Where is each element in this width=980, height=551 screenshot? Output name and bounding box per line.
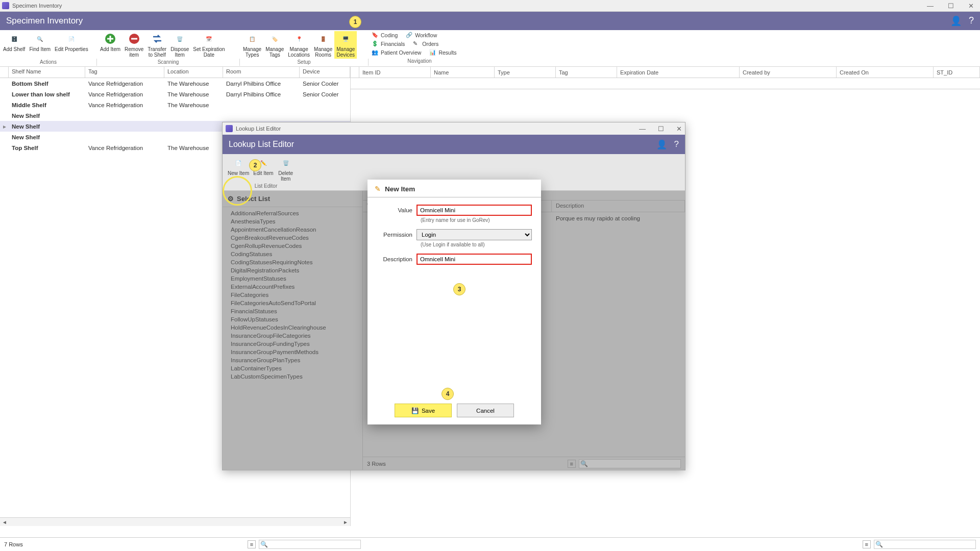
help-icon[interactable]: ? <box>969 15 974 27</box>
callout-1: 1 <box>349 16 361 28</box>
permission-select[interactable]: Login <box>416 229 532 240</box>
list-item[interactable]: LabContainerTypes <box>223 364 362 372</box>
list-item[interactable]: HoldRevenueCodesInClearinghouse <box>223 323 362 332</box>
editor-user-icon[interactable]: 👤 <box>656 139 667 150</box>
editor-titlebar: Lookup List Editor — ☐ ✕ <box>223 122 685 135</box>
list-item[interactable]: FileCategories <box>223 291 362 299</box>
add-item-button[interactable]: Add Item <box>98 31 122 59</box>
minimize-icon[interactable]: — <box>927 2 934 10</box>
list-item[interactable]: InsuranceGroupFileCategories <box>223 332 362 340</box>
app-header-title: Specimen Inventory <box>6 16 83 26</box>
value-hint: (Entry name for use in GoRev) <box>421 217 532 223</box>
search-input-right[interactable] <box>874 540 976 549</box>
search-icon: 🔍 <box>580 460 588 467</box>
nav-results-label: Results <box>438 49 456 56</box>
nav-workflow[interactable]: 🔗Workflow <box>406 31 437 39</box>
find-item-button[interactable]: 🔍Find Item <box>27 31 53 59</box>
col-item-id[interactable]: Item ID <box>359 67 431 78</box>
nav-patient[interactable]: 👥Patient Overview <box>372 48 421 57</box>
remove-item-button[interactable]: Remove item <box>122 31 145 59</box>
lookup-list[interactable]: AdditionalReferralSourcesAnesthesiaTypes… <box>223 207 362 470</box>
edit-properties-button[interactable]: 📄Edit Properties <box>53 31 90 59</box>
list-item[interactable]: FileCategoriesAutoSendToPortal <box>223 299 362 307</box>
manage-locations-button[interactable]: 📍Manage Locations <box>286 31 312 59</box>
menu-icon[interactable]: ≡ <box>248 540 256 548</box>
list-item[interactable]: EmploymentStatuses <box>223 274 362 283</box>
editor-close-icon[interactable]: ✕ <box>676 125 682 133</box>
table-row[interactable]: New Shelf <box>0 110 350 121</box>
ribbon-group-scanning: Scanning <box>97 59 240 66</box>
list-item[interactable]: CgenRollupRevenueCodes <box>223 242 362 250</box>
list-item[interactable]: FinancialStatuses <box>223 307 362 315</box>
col-created-on[interactable]: Created On <box>837 67 934 78</box>
callout-3: 3 <box>453 283 465 295</box>
user-icon[interactable]: 👤 <box>950 15 962 27</box>
add-shelf-button[interactable]: 🗄️Add Shelf <box>1 31 27 59</box>
list-item[interactable]: InsuranceGroupPlanTypes <box>223 356 362 364</box>
transfer-button[interactable]: Transfer to Shelf <box>145 31 168 59</box>
svg-rect-2 <box>131 38 137 40</box>
editor-maximize-icon[interactable]: ☐ <box>658 125 664 133</box>
editor-minimize-icon[interactable]: — <box>639 125 646 133</box>
table-row[interactable]: Lower than low shelf Vance Refridgeratio… <box>0 89 350 99</box>
col-tag[interactable]: Tag <box>85 67 164 78</box>
col-shelf[interactable]: Shelf Name <box>9 67 85 78</box>
manage-tags-button[interactable]: 🏷️Manage Tags <box>263 31 286 59</box>
set-expiration-button[interactable]: 📅Set Expiration Date <box>191 31 227 59</box>
col-stid[interactable]: ST_ID <box>934 67 980 78</box>
col-created-by[interactable]: Created by <box>740 67 837 78</box>
h-scrollbar[interactable]: ◄► <box>0 517 350 526</box>
list-item[interactable]: AppointmentCancellationReason <box>223 226 362 234</box>
cancel-button[interactable]: Cancel <box>457 404 514 417</box>
list-item[interactable]: InsuranceGroupFundingTypes <box>223 340 362 348</box>
table-row[interactable]: Middle Shelf Vance Refridgeration The Wa… <box>0 99 350 110</box>
list-item[interactable]: LabCustomSpecimenTypes <box>223 372 362 381</box>
dispose-label: Dispose Item <box>170 46 189 58</box>
nav-financials[interactable]: 💲Financials <box>372 40 405 48</box>
table-row[interactable]: Bottom Shelf Vance Refridgeration The Wa… <box>0 78 350 89</box>
col-item-tag[interactable]: Tag <box>556 67 617 78</box>
col-name[interactable]: Name <box>431 67 495 78</box>
col-room[interactable]: Room <box>223 67 300 78</box>
value-input[interactable] <box>416 205 532 216</box>
ed-col-desc[interactable]: Description <box>552 201 685 212</box>
editor-menu-icon[interactable]: ≡ <box>568 460 576 468</box>
editor-search-input[interactable] <box>579 459 681 468</box>
save-button[interactable]: 💾Save <box>395 404 452 417</box>
window-title: Specimen Inventory <box>12 3 62 9</box>
code-icon: 🔖 <box>372 32 379 39</box>
add-item-label: Add Item <box>100 46 120 52</box>
close-icon[interactable]: ✕ <box>968 2 974 10</box>
menu-icon-right[interactable]: ≡ <box>863 540 871 548</box>
manage-devices-button[interactable]: 🖥️Manage Devices <box>334 31 357 59</box>
col-device[interactable]: Device <box>300 67 350 78</box>
list-item[interactable]: CodingStatuses <box>223 250 362 258</box>
col-location[interactable]: Location <box>164 67 223 78</box>
add-shelf-label: Add Shelf <box>3 46 25 52</box>
search-input-left[interactable] <box>259 540 361 549</box>
editor-help-icon[interactable]: ? <box>674 139 679 150</box>
manage-types-button[interactable]: 📋Manage Types <box>241 31 263 59</box>
maximize-icon[interactable]: ☐ <box>948 2 954 10</box>
list-item[interactable]: AnesthesiaTypes <box>223 217 362 226</box>
nav-coding[interactable]: 🔖Coding <box>372 31 398 39</box>
col-type[interactable]: Type <box>495 67 556 78</box>
description-input[interactable] <box>416 254 532 265</box>
manage-rooms-button[interactable]: 🚪Manage Rooms <box>312 31 334 59</box>
list-item[interactable]: InsuranceGroupPaymentMethods <box>223 348 362 356</box>
list-item[interactable]: DigitalRegistrationPackets <box>223 266 362 274</box>
dispose-button[interactable]: 🗑️Dispose Item <box>168 31 191 59</box>
list-item[interactable]: AdditionalReferralSources <box>223 209 362 217</box>
col-exp[interactable]: Expiration Date <box>617 67 740 78</box>
nav-orders[interactable]: ✎Orders <box>413 40 438 48</box>
list-item[interactable]: CgenBreakoutRevenueCodes <box>223 234 362 242</box>
titlebar: Specimen Inventory — ☐ ✕ <box>0 0 980 12</box>
app-logo-icon <box>2 2 9 9</box>
delete-item-button[interactable]: 🗑️Delete Item <box>276 155 296 183</box>
list-item[interactable]: ExternalAccountPrefixes <box>223 283 362 291</box>
list-item[interactable]: FollowUpStatuses <box>223 315 362 323</box>
manage-rooms-label: Manage Rooms <box>314 46 332 58</box>
list-item[interactable]: CodingStatusesRequiringNotes <box>223 258 362 266</box>
app-header: Specimen Inventory 👤 ? <box>0 12 980 30</box>
nav-results[interactable]: 📊Results <box>429 48 456 57</box>
